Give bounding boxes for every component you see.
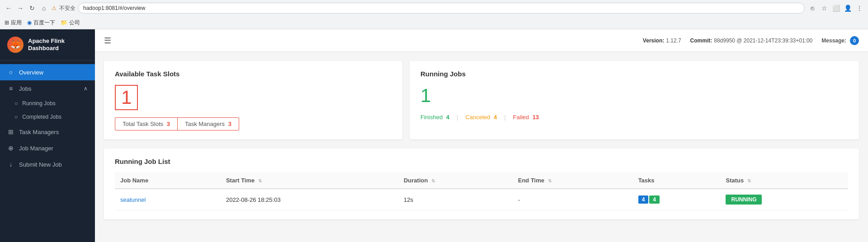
sidebar-item-jobs[interactable]: ≡ Jobs ∧: [0, 80, 95, 97]
jobs-chevron-icon: ∧: [84, 85, 88, 92]
tasks-badges: 4 4: [638, 195, 715, 204]
col-start-time-label: Start Time: [226, 177, 255, 184]
sort-icon-end-time[interactable]: ⇅: [548, 178, 552, 183]
home-button[interactable]: ⌂: [40, 4, 48, 12]
message-label: Message:: [821, 37, 846, 44]
back-button[interactable]: ←: [5, 4, 13, 12]
running-jobs-card: Running Jobs 1 Finished 4 | Canceled 4 |: [410, 61, 859, 140]
tasks-blue-badge: 4: [638, 195, 649, 204]
task-managers-label: Task Managers: [185, 121, 225, 127]
running-jobs-title: Running Jobs: [420, 70, 848, 78]
content-area: Available Task Slots 1 Total Task Slots …: [95, 52, 868, 228]
header-message: Message: 0: [821, 36, 859, 45]
folder-icon: 📁: [61, 19, 67, 26]
stat-divider-2: |: [504, 114, 505, 121]
failed-count: 13: [533, 114, 539, 121]
address-bar[interactable]: [78, 3, 805, 14]
menu-icon[interactable]: ⋮: [855, 4, 863, 12]
top-header: ☰ Version: 1.12.7 Commit: 88d9950 @ 2021…: [95, 29, 868, 52]
forward-button[interactable]: →: [16, 4, 24, 12]
security-text: 不安全: [59, 5, 75, 12]
sidebar-item-completed-jobs[interactable]: ○ Completed Jobs: [0, 110, 95, 124]
canceled-stat: Canceled 4: [465, 114, 497, 121]
sidebar: 🦊 Apache Flink Dashboard ○ Overview ≡ Jo…: [0, 29, 95, 242]
commit-label: Commit:: [690, 37, 712, 44]
bookmark-icon[interactable]: ☆: [820, 4, 828, 12]
total-task-slots-stat: Total Task Slots 3: [115, 118, 177, 130]
sidebar-item-submit-job-label: Submit New Job: [19, 161, 62, 168]
task-managers-stat: Task Managers 3: [178, 118, 239, 130]
running-jobs-value: 1: [420, 85, 848, 107]
browser-actions: ⎋ ☆ ⬜ 👤 ⋮: [808, 4, 863, 12]
sidebar-item-job-manager-label: Job Manager: [19, 145, 53, 152]
task-managers-icon: ⊞: [7, 128, 14, 135]
running-job-list-card: Running Job List Job Name Start Time ⇅: [104, 149, 859, 219]
start-time-cell: 2022-08-26 18:25:03: [221, 189, 398, 210]
browser-toolbar: ← → ↻ ⌂ ⚠ 不安全 ⎋ ☆ ⬜ 👤 ⋮: [0, 0, 868, 16]
total-task-slots-label: Total Task Slots: [123, 121, 163, 127]
sort-icon-duration[interactable]: ⇅: [431, 178, 435, 183]
finished-count: 4: [446, 114, 449, 121]
col-status-label: Status: [726, 177, 744, 184]
browser-chrome: ← → ↻ ⌂ ⚠ 不安全 ⎋ ☆ ⬜ 👤 ⋮ ⊞ 应用 ◉ 百度一下 📁 公司: [0, 0, 868, 29]
header-commit: Commit: 88d9950 @ 2021-12-14T23:39:33+01…: [690, 37, 813, 44]
table-row: seatunnel 2022-08-26 18:25:03 12s -: [115, 189, 848, 210]
version-label: Version:: [643, 37, 664, 44]
stat-divider-1: |: [457, 114, 458, 121]
submit-job-icon: ↓: [7, 161, 14, 168]
security-icon: ⚠: [52, 5, 57, 11]
col-tasks: Tasks: [633, 172, 721, 189]
duration-value: 12s: [404, 196, 413, 203]
job-name-cell: seatunnel: [115, 189, 221, 210]
share-icon[interactable]: ⎋: [808, 4, 816, 12]
col-start-time: Start Time ⇅: [221, 172, 398, 189]
available-task-slots-value: 1: [115, 85, 138, 110]
running-job-list-title: Running Job List: [115, 158, 848, 165]
sidebar-nav: ○ Overview ≡ Jobs ∧ ○ Running Jobs ○ Com…: [0, 60, 95, 242]
col-end-time: End Time ⇅: [513, 172, 633, 189]
sort-icon-status[interactable]: ⇅: [747, 178, 751, 183]
job-stats: Finished 4 | Canceled 4 | Failed 13: [420, 114, 848, 121]
job-table-body: seatunnel 2022-08-26 18:25:03 12s -: [115, 189, 848, 210]
sidebar-item-completed-jobs-label: Completed Jobs: [22, 114, 61, 120]
task-stats-container: Total Task Slots 3 Task Managers 3: [115, 117, 239, 130]
col-tasks-label: Tasks: [638, 177, 655, 184]
job-table-header: Job Name Start Time ⇅ Duration ⇅: [115, 172, 848, 189]
sidebar-item-overview-label: Overview: [19, 69, 43, 76]
start-time-value: 2022-08-26 18:25:03: [226, 196, 281, 203]
message-badge: 0: [850, 36, 859, 45]
refresh-button[interactable]: ↻: [28, 4, 36, 12]
running-jobs-icon: ○: [14, 100, 18, 107]
failed-label: Failed: [513, 114, 529, 121]
job-name-link[interactable]: seatunnel: [120, 196, 146, 203]
sidebar-item-running-jobs-label: Running Jobs: [22, 100, 55, 107]
end-time-value: -: [518, 196, 520, 203]
sidebar-item-submit-new-job[interactable]: ↓ Submit New Job: [0, 156, 95, 172]
app-layout: 🦊 Apache Flink Dashboard ○ Overview ≡ Jo…: [0, 29, 868, 242]
col-end-time-label: End Time: [518, 177, 544, 184]
overview-icon: ○: [7, 69, 14, 76]
profile-icon[interactable]: 👤: [844, 4, 852, 12]
sidebar-item-job-manager[interactable]: ⊕ Job Manager: [0, 140, 95, 156]
sort-icon-start-time[interactable]: ⇅: [258, 178, 262, 183]
bookmark-baidu[interactable]: ◉ 百度一下: [27, 19, 55, 27]
hamburger-button[interactable]: ☰: [104, 36, 111, 46]
extension-icon[interactable]: ⬜: [832, 4, 840, 12]
col-job-name-label: Job Name: [120, 177, 148, 184]
sidebar-item-overview[interactable]: ○ Overview: [0, 64, 95, 80]
sidebar-item-running-jobs[interactable]: ○ Running Jobs: [0, 97, 95, 110]
logo-icon: 🦊: [7, 37, 24, 53]
cards-row: Available Task Slots 1 Total Task Slots …: [104, 61, 859, 140]
available-task-slots-title: Available Task Slots: [115, 70, 392, 78]
col-duration: Duration ⇅: [398, 172, 513, 189]
bookmark-apps[interactable]: ⊞ 应用: [5, 19, 22, 27]
sidebar-item-jobs-label: Jobs: [19, 85, 31, 92]
failed-stat: Failed 13: [513, 114, 539, 121]
baidu-icon: ◉: [27, 19, 32, 26]
apps-label: 应用: [11, 19, 22, 27]
header-version: Version: 1.12.7: [643, 37, 681, 44]
bookmark-company[interactable]: 📁 公司: [61, 19, 80, 27]
end-time-cell: -: [513, 189, 633, 210]
sidebar-item-task-managers[interactable]: ⊞ Task Managers: [0, 124, 95, 140]
jobs-icon: ≡: [7, 85, 14, 92]
